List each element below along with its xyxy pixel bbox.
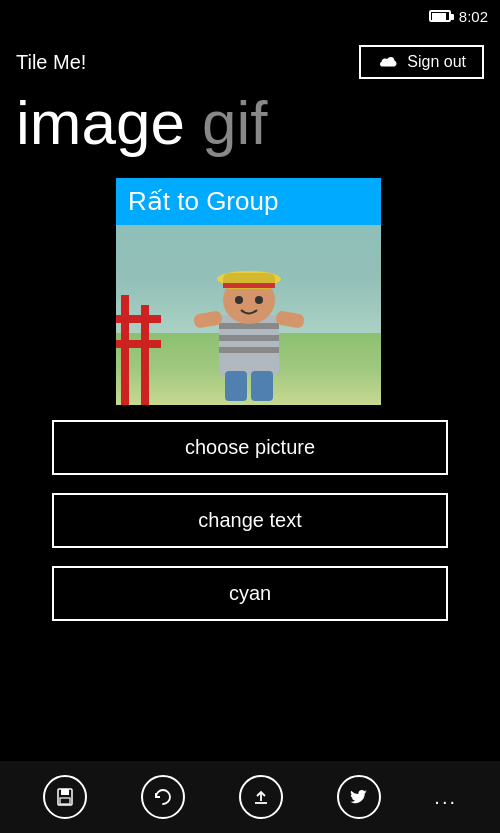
sign-out-button[interactable]: Sign out bbox=[359, 45, 484, 79]
playground-structure bbox=[116, 285, 166, 405]
svg-rect-11 bbox=[274, 310, 304, 329]
svg-rect-7 bbox=[223, 283, 275, 288]
tile-photo bbox=[116, 225, 381, 405]
main-title: image gif bbox=[16, 92, 268, 154]
cloud-icon bbox=[377, 54, 399, 70]
image-tile: Rất to Group bbox=[116, 178, 381, 406]
refresh-icon bbox=[153, 787, 173, 807]
svg-rect-20 bbox=[60, 798, 70, 804]
battery-icon bbox=[429, 10, 451, 22]
button-section: choose picture change text cyan bbox=[52, 420, 448, 639]
save-nav-icon[interactable] bbox=[43, 775, 87, 819]
tile-label: Rất to Group bbox=[116, 178, 381, 225]
svg-rect-14 bbox=[121, 295, 129, 405]
color-button[interactable]: cyan bbox=[52, 566, 448, 621]
save-icon bbox=[55, 787, 75, 807]
svg-rect-3 bbox=[219, 347, 279, 353]
svg-rect-12 bbox=[225, 371, 247, 401]
svg-rect-17 bbox=[116, 340, 161, 348]
bottom-nav: ... bbox=[0, 761, 500, 833]
choose-picture-button[interactable]: choose picture bbox=[52, 420, 448, 475]
upload-icon bbox=[251, 787, 271, 807]
upload-nav-icon[interactable] bbox=[239, 775, 283, 819]
child-figure bbox=[179, 245, 319, 405]
title-gif: gif bbox=[202, 88, 267, 157]
app-title: Tile Me! bbox=[16, 51, 86, 74]
svg-rect-16 bbox=[116, 315, 161, 323]
more-options[interactable]: ... bbox=[434, 786, 457, 809]
twitter-nav-icon[interactable] bbox=[337, 775, 381, 819]
svg-rect-10 bbox=[193, 310, 223, 329]
sign-out-label: Sign out bbox=[407, 53, 466, 71]
svg-point-9 bbox=[255, 296, 263, 304]
status-time: 8:02 bbox=[459, 8, 488, 25]
refresh-nav-icon[interactable] bbox=[141, 775, 185, 819]
change-text-button[interactable]: change text bbox=[52, 493, 448, 548]
header: Tile Me! Sign out bbox=[0, 32, 500, 92]
svg-rect-19 bbox=[61, 789, 69, 795]
title-image: image bbox=[16, 88, 185, 157]
svg-rect-13 bbox=[251, 371, 273, 401]
status-bar: 8:02 bbox=[0, 0, 500, 32]
twitter-icon bbox=[349, 787, 369, 807]
svg-point-8 bbox=[235, 296, 243, 304]
svg-rect-2 bbox=[219, 335, 279, 341]
